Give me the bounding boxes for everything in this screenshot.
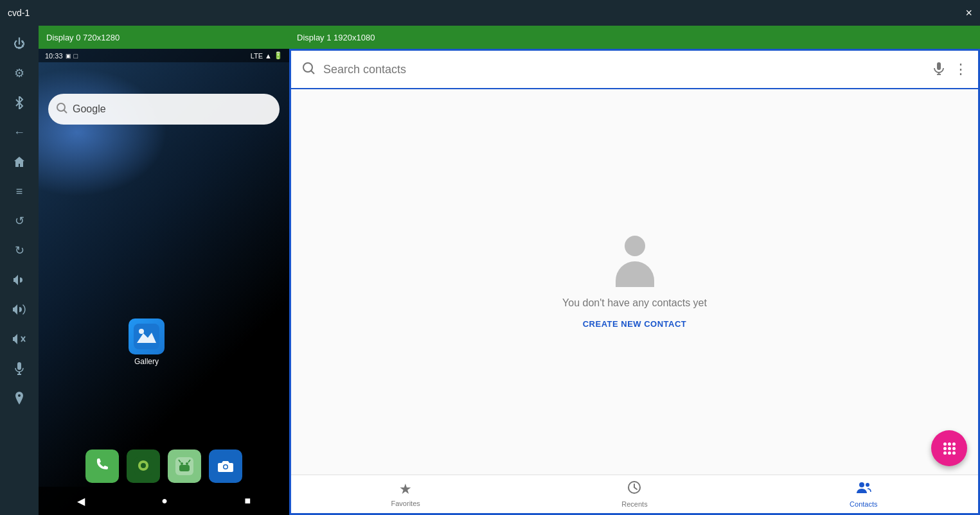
mute-icon[interactable]: [6, 326, 32, 352]
bluetooth-icon[interactable]: [6, 90, 32, 116]
svg-point-25: [866, 483, 869, 487]
rotate-icon[interactable]: ↺: [6, 208, 32, 234]
phone-dock: [39, 450, 289, 483]
svg-rect-15: [179, 465, 190, 471]
phone-bg-blob: [39, 68, 167, 196]
recents-tab[interactable]: Recents: [520, 475, 749, 513]
home-nav-btn[interactable]: ●: [161, 495, 168, 507]
signal-icon: ▲: [265, 52, 272, 60]
recents-icon: [627, 480, 641, 498]
refresh-icon[interactable]: ↻: [6, 238, 32, 263]
phone-nav-bar: ◀ ● ■: [39, 487, 289, 515]
bottom-nav: ★ Favorites Recents: [291, 475, 978, 513]
google-search-icon: [56, 102, 67, 116]
contacts-search-icon: [301, 61, 316, 78]
svg-point-13: [181, 462, 183, 465]
svg-rect-2: [17, 362, 21, 370]
window-title: cvd-1: [8, 8, 30, 18]
recents-label: Recents: [621, 500, 647, 508]
title-bar: cvd-1 ×: [0, 0, 980, 26]
display-0-header: Display 0 720x1280: [39, 26, 289, 49]
phone-status-right: LTE ▲ 🔋: [251, 51, 283, 60]
avatar-body: [616, 261, 654, 287]
microphone-icon[interactable]: [6, 356, 32, 381]
recents-nav-btn[interactable]: ■: [245, 495, 251, 507]
lte-label: LTE: [251, 52, 263, 60]
main-area: ⏻ ⚙ ← ≡ ↺ ↻: [0, 26, 980, 515]
gallery-app[interactable]: Gallery: [129, 319, 165, 366]
create-new-contact-button[interactable]: CREATE NEW CONTACT: [583, 319, 687, 329]
favorites-label: Favorites: [391, 500, 420, 507]
display-1-header: Display 1 1920x1080: [289, 26, 980, 49]
back-nav-btn[interactable]: ◀: [77, 495, 85, 507]
close-button[interactable]: ×: [965, 7, 972, 19]
contacts-app: ⋮ You don't have any contacts yet CREATE…: [289, 49, 980, 515]
svg-point-24: [859, 482, 864, 487]
fab-button[interactable]: [931, 430, 967, 466]
empty-message: You don't have any contacts yet: [562, 297, 707, 309]
display-1: Display 1 1920x1080: [289, 26, 980, 515]
sidebar: ⏻ ⚙ ← ≡ ↺ ↻: [0, 26, 39, 515]
contacts-app-wrapper: ⋮ You don't have any contacts yet CREATE…: [289, 49, 980, 515]
phone-screen[interactable]: 10:33 ▣ □ LTE ▲ 🔋: [39, 49, 289, 515]
battery-icon: 🔋: [274, 51, 283, 60]
location-icon[interactable]: [6, 385, 32, 411]
svg-rect-20: [937, 62, 941, 70]
contacts-icon: [855, 480, 872, 498]
displays-area: Display 0 720x1280 10:33 ▣ □ LTE ▲: [39, 26, 980, 515]
svg-line-7: [64, 110, 67, 113]
contacts-search-bar[interactable]: ⋮: [291, 51, 978, 89]
settings-icon[interactable]: ⚙: [6, 60, 32, 86]
svg-point-14: [186, 462, 188, 465]
svg-point-18: [303, 63, 312, 72]
gallery-icon: [129, 319, 165, 354]
favorites-icon: ★: [399, 481, 412, 498]
more-options-icon[interactable]: ⋮: [954, 61, 968, 78]
android-app-icon[interactable]: [168, 450, 201, 483]
gallery-label: Gallery: [134, 357, 159, 366]
volume-up-icon[interactable]: [6, 297, 32, 322]
google-search-text: Google: [73, 103, 106, 115]
contacts-tab[interactable]: Contacts: [749, 475, 978, 513]
back-icon[interactable]: ←: [6, 119, 32, 145]
display-0: Display 0 720x1280 10:33 ▣ □ LTE ▲: [39, 26, 289, 515]
contacts-search-input[interactable]: [323, 63, 924, 76]
svg-point-17: [224, 466, 227, 469]
svg-point-10: [139, 329, 144, 334]
phone-app-icon[interactable]: [85, 450, 119, 483]
phone-time: 10:33: [45, 52, 63, 60]
favorites-tab[interactable]: ★ Favorites: [291, 475, 520, 513]
contacts-label: Contacts: [850, 500, 877, 508]
menu-icon[interactable]: ≡: [6, 179, 32, 204]
displays-row: Display 0 720x1280 10:33 ▣ □ LTE ▲: [39, 26, 980, 515]
svg-point-5: [18, 394, 21, 397]
camera-app-icon[interactable]: [209, 450, 242, 483]
voice-search-icon[interactable]: [932, 61, 946, 78]
phone-status-left: 10:33 ▣ □: [45, 52, 78, 60]
power-icon[interactable]: ⏻: [6, 31, 32, 57]
phone-status-bar: 10:33 ▣ □ LTE ▲ 🔋: [39, 49, 289, 62]
empty-avatar: [609, 236, 661, 287]
avatar-head: [625, 236, 645, 256]
volume-down-icon[interactable]: [6, 267, 32, 293]
phone-search-bar[interactable]: Google: [48, 94, 280, 125]
fdroid-app-icon[interactable]: [127, 450, 160, 483]
svg-line-19: [311, 71, 314, 74]
phone-battery-icon: □: [74, 52, 78, 60]
fab-apps-icon: [942, 441, 957, 456]
phone-notification-icon: ▣: [66, 53, 71, 59]
contacts-empty-state: You don't have any contacts yet CREATE N…: [291, 89, 978, 475]
home-icon[interactable]: [6, 149, 32, 175]
